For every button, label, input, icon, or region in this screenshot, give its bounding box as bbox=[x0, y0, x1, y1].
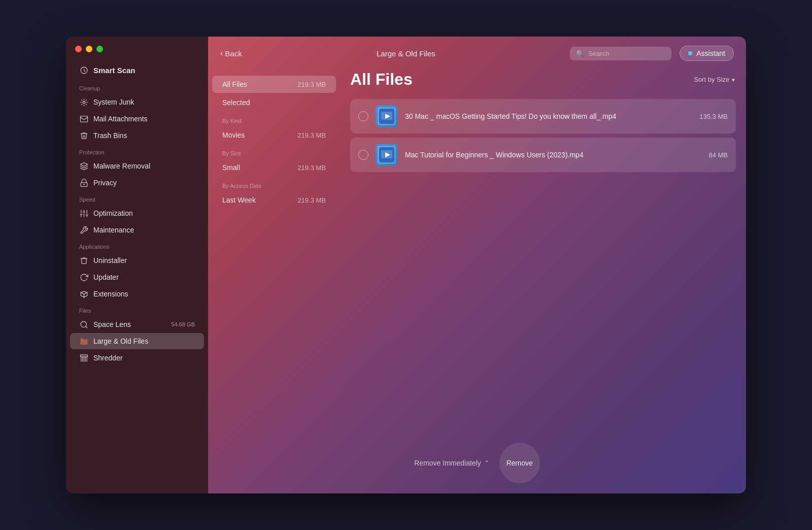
file-item-2[interactable]: Mac Tutorial for Beginners _ Windows Use… bbox=[350, 138, 736, 172]
sidebar-item-smart-scan[interactable]: Smart Scan bbox=[70, 62, 204, 78]
svg-point-1 bbox=[83, 101, 85, 103]
movies-size: 219.3 MB bbox=[297, 131, 326, 139]
maintenance-icon bbox=[79, 225, 88, 235]
category-selected[interactable]: Selected bbox=[212, 94, 336, 111]
section-applications-label: Applications bbox=[66, 239, 208, 252]
by-size-label: By Size bbox=[208, 144, 340, 158]
back-chevron-icon: ‹ bbox=[220, 49, 223, 58]
optimization-icon bbox=[79, 209, 88, 218]
selected-label: Selected bbox=[222, 98, 250, 107]
right-panel-header: All Files Sort by Size bbox=[350, 70, 736, 99]
category-movies[interactable]: Movies 219.3 MB bbox=[212, 126, 336, 144]
search-bar: 🔍 bbox=[570, 47, 671, 60]
sidebar-item-shredder[interactable]: Shredder bbox=[70, 350, 204, 366]
privacy-icon bbox=[79, 178, 88, 187]
mail-attachments-label: Mail Attachments bbox=[93, 115, 195, 123]
category-last-week[interactable]: Last Week 219.3 MB bbox=[212, 191, 336, 209]
last-week-label: Last Week bbox=[222, 196, 256, 204]
malware-removal-label: Malware Removal bbox=[93, 162, 195, 170]
uninstaller-icon bbox=[79, 256, 88, 265]
sidebar-item-malware-removal[interactable]: Malware Removal bbox=[70, 158, 204, 174]
content-area: All Files 219.3 MB Selected By Kind Movi… bbox=[208, 70, 746, 433]
folder-icon bbox=[79, 337, 88, 346]
sidebar-content: Smart Scan Cleanup System Junk Mail Atta… bbox=[66, 57, 208, 493]
maintenance-label: Maintenance bbox=[93, 226, 195, 234]
trash-bins-label: Trash Bins bbox=[93, 131, 195, 140]
system-junk-icon bbox=[79, 97, 88, 107]
file-checkbox-1[interactable] bbox=[358, 111, 368, 121]
small-size: 219.3 MB bbox=[297, 164, 326, 172]
file-type-icon-2 bbox=[378, 146, 396, 164]
movies-label: Movies bbox=[222, 131, 245, 139]
shredder-icon bbox=[79, 353, 88, 362]
category-all-files[interactable]: All Files 219.3 MB bbox=[212, 76, 336, 93]
close-button[interactable] bbox=[75, 46, 82, 52]
section-protection-label: Protection bbox=[66, 144, 208, 157]
by-kind-label: By Kind bbox=[208, 112, 340, 126]
search-icon: 🔍 bbox=[576, 50, 584, 57]
updater-label: Updater bbox=[93, 273, 195, 281]
malware-icon bbox=[79, 161, 88, 171]
sidebar-item-system-junk[interactable]: System Junk bbox=[70, 94, 204, 110]
all-files-title: All Files bbox=[350, 70, 413, 89]
file-size-1: 135.3 MB bbox=[699, 113, 728, 120]
minimize-button[interactable] bbox=[86, 46, 92, 52]
sidebar-item-updater[interactable]: Updater bbox=[70, 269, 204, 285]
remove-button[interactable]: Remove bbox=[499, 443, 540, 483]
app-window: Smart Scan Cleanup System Junk Mail Atta… bbox=[66, 37, 746, 493]
category-small[interactable]: Small 219.3 MB bbox=[212, 159, 336, 176]
file-type-icon-1 bbox=[378, 107, 396, 125]
back-label: Back bbox=[225, 49, 242, 58]
sidebar-item-optimization[interactable]: Optimization bbox=[70, 205, 204, 221]
optimization-label: Optimization bbox=[93, 209, 195, 217]
sort-by-size[interactable]: Sort by Size bbox=[694, 76, 736, 83]
sidebar: Smart Scan Cleanup System Junk Mail Atta… bbox=[66, 37, 208, 493]
search-input[interactable] bbox=[588, 50, 659, 57]
file-name-2: Mac Tutorial for Beginners _ Windows Use… bbox=[405, 151, 701, 159]
last-week-size: 219.3 MB bbox=[297, 196, 326, 204]
sidebar-item-space-lens[interactable]: Space Lens 54.68 GB bbox=[70, 316, 204, 333]
traffic-lights bbox=[66, 37, 208, 57]
sidebar-item-privacy[interactable]: Privacy bbox=[70, 175, 204, 191]
topbar: ‹ Back Large & Old Files 🔍 Assistant bbox=[208, 37, 746, 70]
main-content: ‹ Back Large & Old Files 🔍 Assistant All… bbox=[208, 37, 746, 493]
sidebar-item-trash-bins[interactable]: Trash Bins bbox=[70, 127, 204, 144]
svg-line-16 bbox=[85, 326, 87, 327]
large-old-files-label: Large & Old Files bbox=[93, 337, 195, 345]
section-cleanup-label: Cleanup bbox=[66, 80, 208, 93]
topbar-title: Large & Old Files bbox=[250, 49, 562, 58]
svg-rect-2 bbox=[80, 116, 87, 121]
space-lens-icon bbox=[79, 320, 88, 329]
file-size-2: 84 MB bbox=[708, 151, 728, 159]
all-files-size: 219.3 MB bbox=[297, 81, 326, 88]
assistant-dot-icon bbox=[688, 51, 692, 55]
sidebar-item-uninstaller[interactable]: Uninstaller bbox=[70, 252, 204, 269]
sidebar-item-mail-attachments[interactable]: Mail Attachments bbox=[70, 111, 204, 127]
left-panel: All Files 219.3 MB Selected By Kind Movi… bbox=[208, 70, 340, 433]
smart-scan-icon bbox=[79, 65, 88, 75]
space-lens-badge: 54.68 GB bbox=[172, 321, 195, 327]
mail-icon bbox=[79, 114, 88, 123]
extensions-label: Extensions bbox=[93, 290, 195, 298]
sidebar-item-extensions[interactable]: Extensions bbox=[70, 286, 204, 302]
file-list: 30 Mac _ macOS Getting Started Tips! Do … bbox=[350, 99, 736, 433]
file-thumbnail-2 bbox=[376, 144, 398, 166]
sidebar-item-large-old-files[interactable]: Large & Old Files bbox=[70, 333, 204, 349]
smart-scan-label: Smart Scan bbox=[93, 66, 195, 75]
assistant-button[interactable]: Assistant bbox=[680, 46, 734, 61]
system-junk-label: System Junk bbox=[93, 98, 195, 106]
shredder-label: Shredder bbox=[93, 354, 195, 362]
trash-icon bbox=[79, 131, 88, 140]
bottom-bar: Remove Immediately Remove bbox=[208, 433, 746, 493]
back-button[interactable]: ‹ Back bbox=[220, 49, 242, 58]
sidebar-item-maintenance[interactable]: Maintenance bbox=[70, 222, 204, 238]
by-access-date-label: By Access Date bbox=[208, 177, 340, 191]
remove-immediately-label[interactable]: Remove Immediately bbox=[414, 459, 489, 467]
extensions-icon bbox=[79, 289, 88, 299]
fullscreen-button[interactable] bbox=[96, 46, 103, 52]
assistant-label: Assistant bbox=[696, 49, 725, 57]
updater-icon bbox=[79, 273, 88, 282]
uninstaller-label: Uninstaller bbox=[93, 256, 195, 264]
file-checkbox-2[interactable] bbox=[358, 150, 368, 160]
file-item-1[interactable]: 30 Mac _ macOS Getting Started Tips! Do … bbox=[350, 99, 736, 134]
